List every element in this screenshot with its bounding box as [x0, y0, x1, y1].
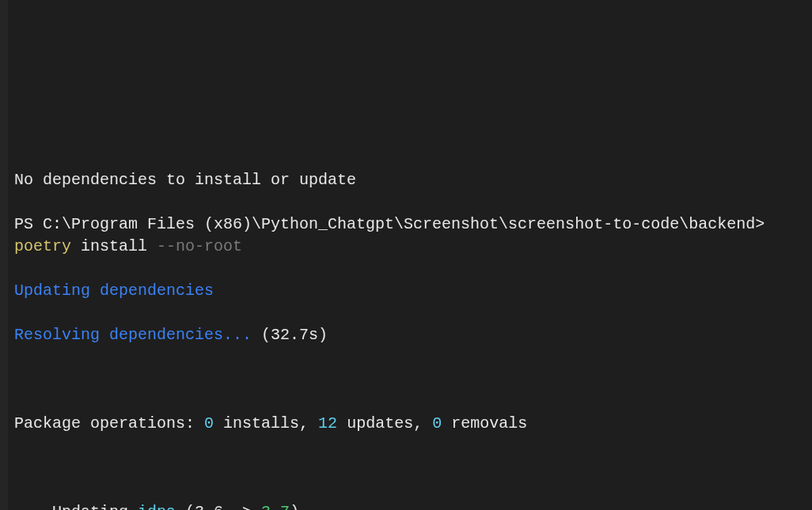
- update-line: - Updating idna (3.6 -> 3.7): [14, 501, 804, 510]
- arrow-icon: ->: [223, 501, 261, 510]
- editor-gutter: [0, 0, 8, 510]
- pkg-ops-sep: :: [185, 414, 204, 433]
- resolving-deps-line: Resolving dependencies... (32.7s): [14, 324, 804, 346]
- prompt-prefix: PS: [14, 215, 43, 233]
- bullet-icon: -: [33, 501, 43, 510]
- paren-open: (: [176, 501, 195, 510]
- pkg-ops-installs-t: installs,: [214, 414, 318, 433]
- paren-close: ): [290, 501, 299, 510]
- prompt-caret: >: [755, 215, 774, 233]
- terminal-output[interactable]: No dependencies to install or update PS …: [14, 147, 804, 510]
- command-rest: install: [71, 237, 157, 255]
- version-from: 3.6: [195, 501, 223, 510]
- resolving-deps-text: Resolving dependencies...: [14, 326, 252, 344]
- resolving-time: (32.7s): [252, 326, 328, 344]
- package-name: idna: [138, 501, 176, 510]
- prompt-path: C:\Program Files (x86)\Python_Chatgpt\Sc…: [43, 215, 755, 233]
- pkg-ops-updates-t: updates,: [337, 414, 432, 433]
- pkg-ops-updates-n: 12: [318, 414, 337, 433]
- updates-list: - Updating idna (3.6 -> 3.7)- Updating f…: [14, 501, 804, 510]
- blank-line: [14, 368, 804, 391]
- prompt-line: PS C:\Program Files (x86)\Python_Chatgpt…: [14, 213, 804, 258]
- blank-line: [14, 457, 804, 479]
- pkg-ops-label: Package operations: [14, 414, 185, 433]
- command-keyword: poetry: [14, 237, 71, 255]
- package-operations-line: Package operations: 0 installs, 12 updat…: [14, 413, 804, 435]
- pkg-ops-removals-t: removals: [442, 414, 527, 433]
- command-flag: --no-root: [157, 237, 242, 255]
- updating-deps-line: Updating dependencies: [14, 280, 804, 302]
- updating-word: Updating: [43, 501, 138, 510]
- prior-output-line: No dependencies to install or update: [14, 169, 804, 191]
- pkg-ops-installs-n: 0: [204, 414, 214, 433]
- version-to: 3.7: [261, 501, 290, 510]
- pkg-ops-removals-n: 0: [432, 414, 442, 433]
